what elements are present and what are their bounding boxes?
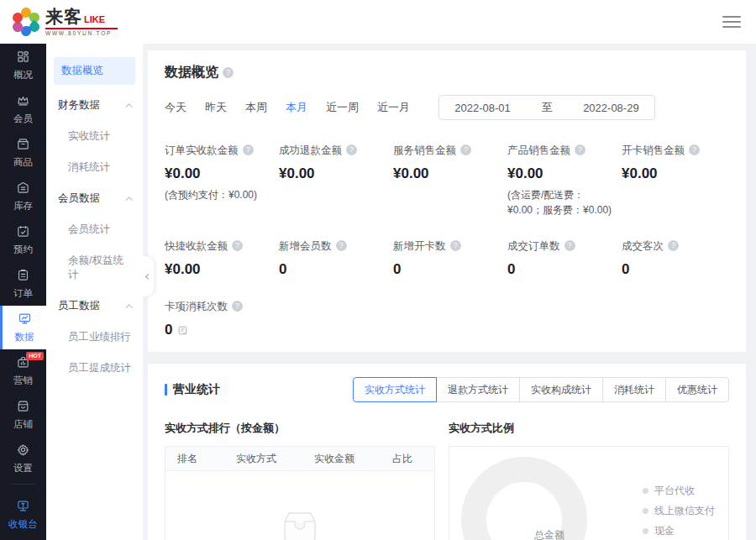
sidebar-collapse-handle[interactable]: [143, 256, 154, 296]
stat-order-income: 订单实收款金额 ¥0.00 (含预约支付：¥0.00): [165, 142, 272, 218]
detail-list-icon[interactable]: [177, 325, 188, 336]
stat-deal-orders: 成交订单数 0: [507, 238, 615, 278]
sidebar-item-marketing[interactable]: HOT 营销: [0, 349, 46, 393]
help-icon[interactable]: [668, 240, 679, 251]
section-title: 营业统计: [165, 382, 220, 397]
booking-calendar-icon: [16, 224, 30, 240]
help-icon[interactable]: [336, 240, 347, 251]
logo-suffix: LIKE: [84, 15, 105, 24]
legend-dot: [643, 528, 648, 534]
sidebar-item-settings[interactable]: 设置: [0, 437, 46, 480]
empty-state: 暂无数据: [165, 471, 434, 540]
tab-income-method[interactable]: 实收方式统计: [353, 377, 437, 402]
submenu-item-data-overview[interactable]: 数据概览: [54, 57, 135, 85]
help-icon[interactable]: [689, 144, 700, 155]
inventory-icon: [16, 181, 30, 197]
date-filter-row: 今天 昨天 本周 本月 近一周 近一月 2022-08-01 至 2022-08…: [165, 95, 729, 120]
sidebar-item-inventory[interactable]: 库存: [0, 175, 46, 218]
submenu-group-finance[interactable]: 财务数据: [46, 90, 143, 121]
tab-consume-stats[interactable]: 消耗统计: [602, 377, 666, 402]
proportion-panel-title: 实收方式比例: [449, 421, 729, 436]
preset-yesterday[interactable]: 昨天: [205, 100, 227, 115]
help-icon[interactable]: [346, 144, 357, 155]
proportion-chart: 总金额 ¥0.00 平台代收 线上微信支付 现金 其他 微信（记账） 支付宝（记…: [449, 446, 729, 540]
help-icon[interactable]: [575, 144, 585, 155]
preset-last-week[interactable]: 近一周: [326, 100, 359, 115]
logo-text: 来客: [45, 8, 82, 25]
submenu-group-staff-data[interactable]: 员工数据: [46, 291, 143, 322]
order-clipboard-icon: [16, 268, 30, 284]
rank-table-header: 排名 实收方式 实收金额 占比: [165, 447, 434, 471]
secondary-sidebar: 数据概览 财务数据 实收统计 消耗统计 会员数据 会员统计 余额/权益统计 员工…: [46, 44, 143, 540]
member-crown-icon: [16, 93, 30, 109]
stat-refund: 成功退款金额 ¥0.00: [279, 142, 386, 218]
chart-legend: 平台代收 线上微信支付 现金 其他 微信（记账） 支付宝（记账） POS机（记账…: [643, 447, 726, 540]
submenu-group-member-data[interactable]: 会员数据: [46, 183, 143, 214]
page-title: 数据概览: [165, 65, 218, 79]
preset-this-week[interactable]: 本周: [245, 100, 267, 115]
tab-discount-stats[interactable]: 优惠统计: [665, 377, 729, 402]
preset-last-month[interactable]: 近一月: [377, 100, 410, 115]
shop-icon: [16, 399, 30, 415]
business-stats-card: 营业统计 实收方式统计 退款方式统计 实收构成统计 消耗统计 优惠统计 实收方式…: [148, 364, 746, 540]
help-icon[interactable]: [232, 301, 243, 312]
tab-refund-method[interactable]: 退款方式统计: [436, 377, 520, 402]
stat-product-sales: 产品销售金额 ¥0.00 (含运费/配送费：¥0.00；服务费：¥0.00): [507, 142, 615, 218]
stats-tab-group: 实收方式统计 退款方式统计 实收构成统计 消耗统计 优惠统计: [353, 377, 729, 402]
col-method: 实收方式: [224, 452, 302, 466]
help-icon[interactable]: [243, 144, 254, 155]
help-icon[interactable]: [223, 67, 234, 78]
stats-row-2: 快捷收款金额 ¥0.00 新增会员数 0 新增开卡数 0 成交订单数 0 成交客…: [165, 238, 729, 278]
rank-panel-title: 实收方式排行（按金额）: [165, 421, 435, 436]
sidebar-item-members[interactable]: 会员: [0, 87, 46, 131]
stat-card-sales: 开卡销售金额 ¥0.00: [622, 142, 729, 218]
hamburger-menu-icon[interactable]: [722, 10, 741, 34]
date-separator: 至: [541, 100, 552, 115]
sidebar-item-shop[interactable]: 店铺: [0, 393, 46, 437]
submenu-item-income-stats[interactable]: 实收统计: [46, 121, 143, 152]
sidebar-item-orders[interactable]: 订单: [0, 262, 46, 306]
submenu-item-staff-rank[interactable]: 员工业绩排行: [46, 322, 143, 353]
preset-this-month[interactable]: 本月: [286, 100, 307, 115]
legend-item: 现金: [643, 524, 726, 538]
chevron-up-icon: [125, 103, 132, 110]
goods-box-icon: [16, 137, 30, 153]
stat-deal-customers: 成交客次 0: [622, 238, 729, 278]
submenu-item-member-stats[interactable]: 会员统计: [46, 214, 143, 245]
date-start[interactable]: 2022-08-01: [454, 102, 511, 114]
help-icon[interactable]: [460, 144, 471, 155]
stats-row-1: 订单实收款金额 ¥0.00 (含预约支付：¥0.00) 成功退款金额 ¥0.00…: [165, 142, 729, 218]
tab-income-composition[interactable]: 实收构成统计: [519, 377, 603, 402]
sidebar-item-overview[interactable]: 概况: [0, 44, 46, 87]
legend-item: 线上微信支付: [643, 504, 726, 518]
stat-quick-payment: 快捷收款金额 ¥0.00: [165, 238, 272, 278]
rank-table: 排名 实收方式 实收金额 占比 暂无数据: [165, 446, 435, 540]
sidebar-item-cashier[interactable]: 收银台: [0, 493, 46, 537]
logo-subtitle: WWW.80YUN.TOP: [45, 28, 118, 37]
income-proportion-panel: 实收方式比例 总金额 ¥0.00 平台代收 线上微信支付 现金 其他: [449, 421, 729, 540]
preset-today[interactable]: 今天: [165, 100, 186, 115]
app-logo: 来客LIKE WWW.80YUN.TOP: [12, 8, 118, 37]
main-content: 数据概览 今天 昨天 本周 本月 近一周 近一月 2022-08-01 至 20…: [143, 44, 756, 540]
settings-gear-icon: [16, 443, 30, 459]
cashier-icon: [16, 499, 30, 515]
date-range-picker[interactable]: 2022-08-01 至 2022-08-29: [438, 95, 655, 120]
sidebar-item-data[interactable]: 数据: [0, 306, 46, 349]
top-bar: 来客LIKE WWW.80YUN.TOP: [0, 0, 756, 44]
sidebar-divider: [10, 484, 36, 485]
help-icon[interactable]: [450, 240, 461, 251]
col-rank: 排名: [165, 452, 224, 466]
date-end[interactable]: 2022-08-29: [583, 102, 639, 114]
donut-center-label: 总金额: [534, 528, 564, 540]
primary-sidebar: 概况 会员 商品 库存 预约 订单 数据 HOT 营销 店铺 设置 收银台: [0, 44, 46, 540]
submenu-item-staff-commission[interactable]: 员工提成统计: [46, 353, 143, 384]
sidebar-item-booking[interactable]: 预约: [0, 218, 46, 262]
submenu-item-balance-stats[interactable]: 余额/权益统计: [46, 245, 143, 291]
submenu-item-consume-stats[interactable]: 消耗统计: [46, 152, 143, 183]
legend-item: 平台代收: [643, 484, 726, 498]
stat-new-cards: 新增开卡数 0: [393, 238, 501, 278]
sidebar-item-goods[interactable]: 商品: [0, 131, 46, 175]
help-icon[interactable]: [232, 240, 243, 251]
help-icon[interactable]: [564, 240, 575, 251]
donut-chart: 总金额 ¥0.00: [449, 447, 643, 540]
